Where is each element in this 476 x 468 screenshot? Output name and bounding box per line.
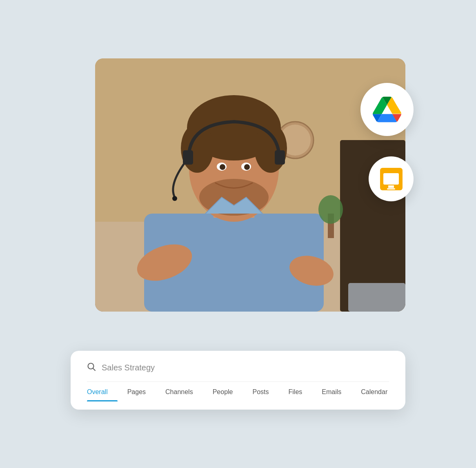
- person-illustration: [95, 58, 405, 312]
- google-drive-icon-circle: [360, 83, 414, 136]
- svg-line-26: [93, 368, 95, 370]
- slides-screen: [383, 173, 399, 185]
- hero-image: [95, 58, 405, 312]
- svg-point-23: [318, 195, 343, 224]
- tab-files[interactable]: Files: [279, 382, 312, 401]
- search-row: Sales Strategy: [87, 362, 389, 373]
- photo-card: [95, 58, 405, 312]
- tabs-row: Overall Pages Channels People Posts File…: [87, 381, 389, 401]
- svg-point-14: [220, 164, 225, 170]
- svg-point-19: [172, 196, 177, 201]
- search-card: Sales Strategy Overall Pages Channels Pe…: [71, 351, 405, 410]
- tab-emails[interactable]: Emails: [312, 382, 351, 401]
- tab-channels[interactable]: Channels: [156, 382, 203, 401]
- svg-rect-18: [275, 150, 285, 165]
- tab-posts[interactable]: Posts: [243, 382, 279, 401]
- google-slides-icon: [380, 168, 403, 190]
- svg-rect-24: [348, 283, 405, 312]
- search-placeholder-text: Sales Strategy: [102, 363, 155, 372]
- svg-point-15: [244, 164, 250, 170]
- svg-point-11: [254, 124, 287, 173]
- search-icon: [87, 362, 96, 373]
- google-drive-icon: [373, 95, 401, 124]
- tab-people[interactable]: People: [203, 382, 243, 401]
- main-container: Sales Strategy Overall Pages Channels Pe…: [71, 58, 405, 410]
- tab-overall[interactable]: Overall: [87, 382, 118, 401]
- tab-pages[interactable]: Pages: [118, 382, 156, 401]
- tab-calendar[interactable]: Calendar: [351, 382, 397, 401]
- svg-point-10: [181, 124, 214, 173]
- google-slides-icon-circle: [369, 156, 414, 201]
